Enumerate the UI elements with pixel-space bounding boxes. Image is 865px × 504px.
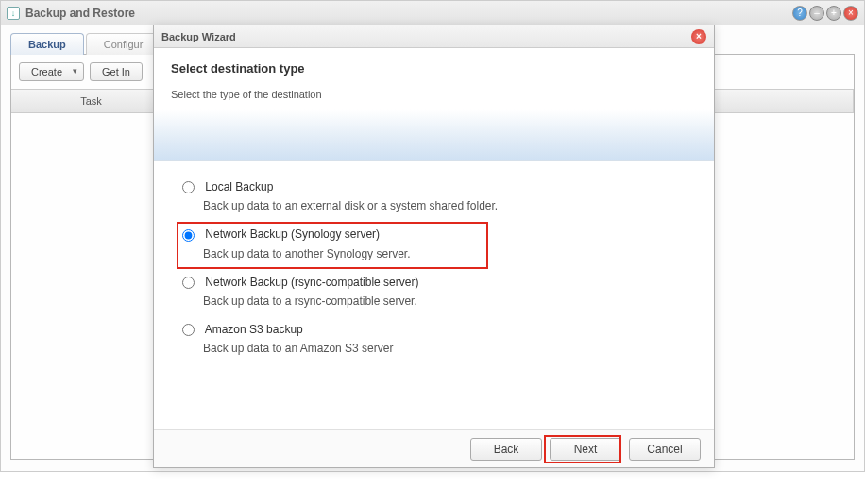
dialog-titlebar[interactable]: Backup Wizard × — [154, 25, 714, 48]
window-title: Backup and Restore — [25, 7, 135, 20]
backup-wizard-dialog: Backup Wizard × Select destination type … — [153, 25, 715, 468]
option-network-rsync[interactable]: Network Backup (rsync-compatible server)… — [182, 276, 686, 308]
window-titlebar: Backup and Restore ? – + × — [1, 1, 864, 25]
dialog-header: Select destination type Select the type … — [154, 48, 714, 161]
option-network-synology[interactable]: Network Backup (Synology server) Back up… — [182, 227, 686, 260]
app-icon — [7, 7, 20, 20]
dialog-heading: Select destination type — [171, 61, 697, 76]
option-label: Network Backup (rsync-compatible server) — [205, 276, 418, 289]
column-task[interactable]: Task — [11, 90, 172, 112]
dialog-footer: Back Next Cancel — [154, 429, 714, 467]
option-local-backup[interactable]: Local Backup Back up data to an external… — [182, 180, 686, 212]
tab-configuration[interactable]: Configur — [86, 33, 161, 55]
option-desc: Back up data to another Synology server. — [203, 247, 686, 260]
radio-network-synology[interactable] — [182, 229, 195, 242]
window-controls: ? – + × — [792, 6, 858, 21]
radio-network-rsync[interactable] — [182, 277, 195, 289]
radio-local-backup[interactable] — [182, 181, 195, 193]
dialog-subheading: Select the type of the destination — [171, 89, 697, 100]
help-icon[interactable]: ? — [792, 6, 807, 21]
option-desc: Back up data to an Amazon S3 server — [203, 342, 686, 355]
dialog-content: Local Backup Back up data to an external… — [154, 161, 714, 379]
create-button[interactable]: Create — [19, 62, 84, 81]
next-button[interactable]: Next — [550, 438, 621, 461]
option-desc: Back up data to a rsync-compatible serve… — [203, 294, 686, 308]
maximize-icon[interactable]: + — [826, 6, 841, 21]
option-amazon-s3[interactable]: Amazon S3 backup Back up data to an Amaz… — [182, 323, 686, 355]
back-button[interactable]: Back — [470, 438, 542, 461]
dialog-title: Backup Wizard — [161, 31, 236, 42]
minimize-icon[interactable]: – — [809, 6, 824, 21]
close-icon[interactable]: × — [843, 6, 858, 21]
get-info-button[interactable]: Get In — [90, 62, 143, 81]
radio-amazon-s3[interactable] — [182, 324, 195, 336]
tab-backup[interactable]: Backup — [10, 33, 84, 55]
cancel-button[interactable]: Cancel — [629, 438, 701, 461]
option-label: Local Backup — [205, 180, 273, 193]
dialog-close-icon[interactable]: × — [691, 29, 706, 44]
option-label: Amazon S3 backup — [205, 323, 303, 336]
option-label: Network Backup (Synology server) — [205, 227, 380, 241]
option-desc: Back up data to an external disk or a sy… — [203, 199, 686, 212]
